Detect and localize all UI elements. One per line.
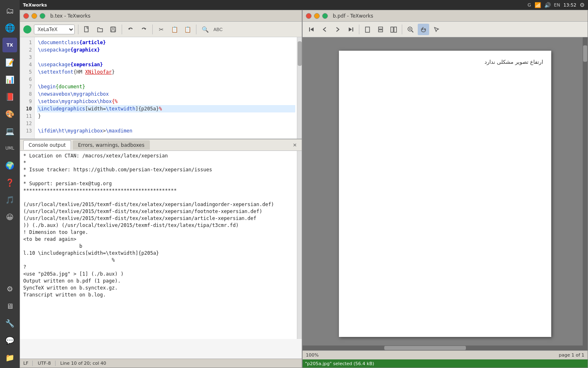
sys-indicator-vol: 🔊 — [544, 2, 551, 8]
pdf-scrollbar-vertical[interactable] — [583, 37, 588, 350]
taskbar-face[interactable]: 😀 — [2, 209, 17, 224]
toolbar-separator-3 — [152, 25, 153, 34]
taskbar-screen[interactable]: 🖥 — [2, 298, 17, 313]
continuous-icon — [377, 26, 384, 33]
taskbar-files[interactable]: 🗂 — [2, 3, 17, 18]
system-settings-icon[interactable]: ⚙ — [579, 2, 585, 8]
console-line-17: ? — [23, 264, 294, 271]
taskbar-media[interactable]: 🎵 — [2, 192, 17, 207]
taskbar-settings[interactable]: ⚙ — [2, 281, 17, 296]
console-line-5: * Support: persian-tex@tug.org — [23, 180, 294, 187]
editor-toolbar: XeLaTeX pdfLaTeX LuaLaTeX ✂ 📋 📋 🔍 ABC — [20, 22, 302, 37]
taskbar-notes[interactable]: 📝 — [2, 55, 17, 70]
tab-console-output[interactable]: Console output — [23, 140, 71, 150]
console-close-btn[interactable]: ✕ — [291, 141, 298, 149]
taskbar-browser[interactable]: 🌐 — [2, 20, 17, 35]
console-line-16: % — [23, 257, 294, 264]
pdf-select-btn[interactable] — [431, 24, 442, 35]
pdf-viewer-window: b.pdf - TeXworks — [302, 10, 588, 368]
taskbar-tool[interactable]: 🔧 — [2, 316, 17, 330]
console-scrollbar[interactable] — [297, 151, 302, 339]
code-line-1: \documentclass{article} — [37, 39, 295, 46]
pdf-single-page-btn[interactable] — [362, 24, 373, 35]
code-editor[interactable]: 1 2 3 4 5 6 7 8 9 10 11 12 13 \documentc… — [20, 37, 302, 139]
pdf-page-text: ارتفاع تصویر مشکلی ندارد — [484, 59, 543, 65]
pdf-content-area[interactable]: ارتفاع تصویر مشکلی ندارد — [303, 37, 588, 350]
line-num-2: 2 — [20, 46, 34, 54]
pdf-titlebar: b.pdf - TeXworks — [303, 10, 588, 22]
svg-rect-8 — [379, 30, 383, 32]
console-line-15: l.10 \includegraphics[width=\textwidth]{… — [23, 250, 294, 257]
taskbar-help[interactable]: ❓ — [2, 175, 17, 190]
svg-line-14 — [412, 31, 413, 32]
spell-check-button[interactable]: ABC — [213, 24, 223, 35]
prev-page-icon — [321, 26, 328, 33]
paste-button[interactable]: 📋 — [182, 24, 193, 35]
code-line-5: \settextfont{HM XNiloofar} — [37, 68, 295, 76]
search-button[interactable]: 🔍 — [200, 24, 210, 35]
pdf-scrollbar-horizontal-thumb[interactable] — [384, 346, 466, 350]
pdf-toolbar-sep-1 — [359, 25, 359, 34]
line-num-5: 5 — [20, 68, 34, 76]
next-page-icon — [334, 26, 341, 33]
run-button[interactable] — [23, 25, 31, 34]
taskbar-spreadsheet[interactable]: 📊 — [2, 72, 17, 87]
pdf-hand-tool-btn[interactable] — [418, 24, 429, 35]
taskbar-paint[interactable]: 🎨 — [2, 106, 17, 121]
code-area[interactable]: \documentclass{article} \usepackage{grap… — [35, 37, 297, 139]
pdf-selected-info: "p205a.jpg" selected (56.4 kB) — [305, 361, 374, 366]
pdf-last-page-btn[interactable] — [345, 24, 356, 35]
pdf-continuous-btn[interactable] — [375, 24, 386, 35]
taskbar-code[interactable]: 💻 — [2, 123, 17, 138]
editor-max-btn[interactable] — [40, 13, 45, 19]
copy-button[interactable]: 📋 — [169, 24, 180, 35]
console-line-14: b — [23, 243, 294, 250]
cut-button[interactable]: ✂ — [156, 24, 167, 35]
taskbar-texworks[interactable]: TX — [2, 38, 17, 52]
console-line-7 — [23, 194, 294, 201]
line-num-1: 1 — [20, 39, 34, 46]
sys-indicator-g: G — [528, 2, 531, 8]
pdf-max-btn[interactable] — [322, 13, 328, 19]
code-line-9: \setbox\mygraphicbox\hbox{% — [37, 98, 295, 105]
console-line-18: <use "p205a.jpg" > [1] (./b.aux) ) — [23, 271, 294, 278]
editor-scrollbar-thumb[interactable] — [298, 41, 302, 66]
svg-rect-6 — [365, 27, 370, 32]
pdf-prev-page-btn[interactable] — [319, 24, 330, 35]
hand-icon — [420, 26, 427, 33]
pdf-page: ارتفاع تصویر مشکلی ندارد — [339, 51, 551, 337]
editor-close-btn[interactable] — [23, 13, 29, 19]
line-num-9: 9 — [20, 98, 34, 105]
engine-selector[interactable]: XeLaTeX pdfLaTeX LuaLaTeX — [34, 25, 75, 34]
pdf-zoom-in-btn[interactable] — [405, 24, 416, 35]
tab-errors-warnings[interactable]: Errors, warnings, badboxes — [73, 140, 150, 150]
pdf-next-page-btn[interactable] — [332, 24, 343, 35]
taskbar-folder[interactable]: 📁 — [2, 350, 17, 365]
pdf-zoom-level: 100% — [306, 352, 318, 358]
save-file-button[interactable] — [108, 24, 118, 35]
pdf-scrollbar-vertical-thumb[interactable] — [583, 45, 587, 62]
taskbar-chat[interactable]: 💬 — [2, 333, 17, 348]
console-output[interactable]: * Location on CTAN: /macros/xetex/latex/… — [20, 151, 297, 339]
redo-button[interactable] — [138, 24, 149, 35]
pdf-scrollbar-horizontal[interactable] — [303, 346, 583, 350]
pdf-first-page-btn[interactable] — [306, 24, 317, 35]
console-panel: Console output Errors, warnings, badboxe… — [20, 139, 302, 339]
pdf-close-btn[interactable] — [306, 13, 312, 19]
editor-min-btn[interactable] — [31, 13, 37, 19]
pdf-toolbar-sep-2 — [402, 25, 402, 34]
pdf-two-page-btn[interactable] — [388, 24, 399, 35]
editor-scrollbar[interactable] — [297, 37, 302, 139]
taskbar-globe[interactable]: 🌍 — [2, 158, 17, 173]
pdf-bottom-info: "p205a.jpg" selected (56.4 kB) — [303, 359, 588, 368]
code-line-11: } — [37, 112, 295, 120]
open-file-button[interactable] — [95, 24, 105, 35]
taskbar-pdf[interactable]: 📕 — [2, 89, 17, 104]
open-file-icon — [97, 26, 103, 33]
taskbar-uml[interactable]: UML — [2, 141, 17, 155]
code-line-12 — [37, 120, 295, 127]
undo-button[interactable] — [125, 24, 136, 35]
last-page-icon — [347, 26, 354, 33]
pdf-min-btn[interactable] — [314, 13, 320, 19]
new-file-button[interactable] — [82, 24, 92, 35]
